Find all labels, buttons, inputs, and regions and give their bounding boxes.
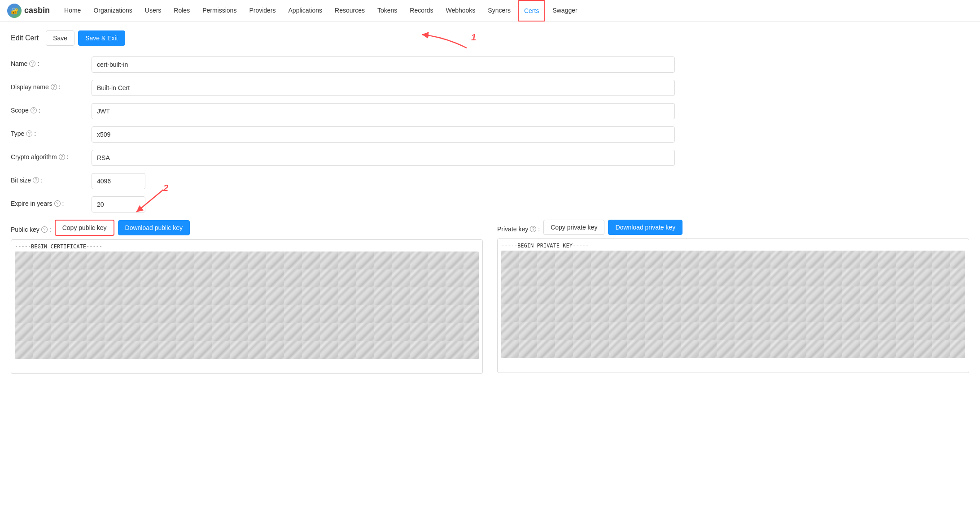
nav-providers[interactable]: Providers xyxy=(244,0,281,22)
nav-home[interactable]: Home xyxy=(59,0,86,22)
display-name-input[interactable] xyxy=(92,80,675,96)
name-control xyxy=(92,56,675,73)
private-key-section: Private key ? : Copy private key Downloa… xyxy=(497,220,969,373)
expire-label: Expire in years ? : xyxy=(11,196,92,207)
nav-records[interactable]: Records xyxy=(404,0,438,22)
name-label: Name ? : xyxy=(11,56,92,67)
type-control xyxy=(92,126,675,143)
bit-size-help-icon[interactable]: ? xyxy=(33,177,39,183)
nav-applications[interactable]: Applications xyxy=(283,0,328,22)
logo-text: casbin xyxy=(24,6,50,15)
toolbar: Edit Cert Save Save & Exit xyxy=(11,30,969,46)
private-key-header: Private key ? : Copy private key Downloa… xyxy=(497,220,969,235)
page-content: Edit Cert Save Save & Exit Name ? : Di xyxy=(0,22,980,390)
nav-tokens[interactable]: Tokens xyxy=(372,0,402,22)
public-key-begin: -----BEGIN CERTIFICATE----- xyxy=(15,243,479,250)
bit-size-input[interactable] xyxy=(92,173,145,189)
bit-size-row: Bit size ? : xyxy=(11,173,969,189)
public-key-help-icon[interactable]: ? xyxy=(41,226,48,233)
expire-control xyxy=(92,196,675,212)
private-key-begin: -----BEGIN PRIVATE KEY----- xyxy=(501,243,965,249)
crypto-input[interactable] xyxy=(92,150,675,166)
display-name-row: Display name ? : xyxy=(11,80,969,96)
save-button[interactable]: Save xyxy=(46,30,74,46)
scope-input[interactable] xyxy=(92,103,675,119)
nav-resources[interactable]: Resources xyxy=(329,0,370,22)
private-key-label: Private key ? : xyxy=(497,222,540,233)
scope-help-icon[interactable]: ? xyxy=(31,107,37,113)
bit-size-label: Bit size ? : xyxy=(11,173,92,184)
type-label: Type ? : xyxy=(11,126,92,137)
private-key-content xyxy=(501,251,965,358)
name-row: Name ? : xyxy=(11,56,969,73)
public-key-textarea-wrapper[interactable]: -----BEGIN CERTIFICATE----- xyxy=(11,239,483,374)
nav-syncers[interactable]: Syncers xyxy=(482,0,516,22)
public-key-header: Public key ? : Copy public key Download … xyxy=(11,220,483,236)
copy-public-key-button[interactable]: Copy public key xyxy=(55,220,114,236)
type-input[interactable] xyxy=(92,126,675,143)
nav-roles[interactable]: Roles xyxy=(168,0,195,22)
nav-swagger[interactable]: Swagger xyxy=(547,0,582,22)
crypto-control xyxy=(92,150,675,166)
type-row: Type ? : xyxy=(11,126,969,143)
nav-permissions[interactable]: Permissions xyxy=(197,0,242,22)
crypto-row: Crypto algorithm ? : xyxy=(11,150,969,166)
display-name-control xyxy=(92,80,675,96)
display-name-label: Display name ? : xyxy=(11,80,92,91)
edit-cert-form: Name ? : Display name ? : xyxy=(11,56,969,374)
expire-input[interactable] xyxy=(92,196,145,212)
nav-webhooks[interactable]: Webhooks xyxy=(440,0,481,22)
public-key-label: Public key ? : xyxy=(11,222,51,233)
keys-row: Public key ? : Copy public key Download … xyxy=(11,220,969,374)
name-input[interactable] xyxy=(92,56,675,73)
scope-control xyxy=(92,103,675,119)
type-help-icon[interactable]: ? xyxy=(26,130,32,137)
logo-icon: 🔐 xyxy=(7,4,22,18)
scope-row: Scope ? : xyxy=(11,103,969,119)
expire-row: Expire in years ? : 2 xyxy=(11,196,969,212)
name-help-icon[interactable]: ? xyxy=(29,61,35,67)
copy-private-key-button[interactable]: Copy private key xyxy=(543,220,604,235)
logo[interactable]: 🔐 casbin xyxy=(7,4,50,18)
download-private-key-button[interactable]: Download private key xyxy=(608,220,682,235)
bit-size-control xyxy=(92,173,675,189)
nav-users[interactable]: Users xyxy=(140,0,167,22)
display-name-help-icon[interactable]: ? xyxy=(51,84,57,90)
public-key-content xyxy=(15,251,479,359)
nav-organizations[interactable]: Organizations xyxy=(88,0,137,22)
expire-help-icon[interactable]: ? xyxy=(54,200,61,207)
private-key-textarea-wrapper[interactable]: -----BEGIN PRIVATE KEY----- xyxy=(497,238,969,373)
page-title: Edit Cert xyxy=(11,34,39,42)
scope-label: Scope ? : xyxy=(11,103,92,114)
crypto-help-icon[interactable]: ? xyxy=(59,154,65,160)
private-key-help-icon[interactable]: ? xyxy=(530,226,536,232)
navbar: 🔐 casbin Home Organizations Users Roles … xyxy=(0,0,980,22)
download-public-key-button[interactable]: Download public key xyxy=(118,220,190,235)
public-key-section: Public key ? : Copy public key Download … xyxy=(11,220,483,374)
save-exit-button[interactable]: Save & Exit xyxy=(78,30,125,46)
crypto-label: Crypto algorithm ? : xyxy=(11,150,92,160)
nav-certs[interactable]: Certs xyxy=(518,0,545,22)
